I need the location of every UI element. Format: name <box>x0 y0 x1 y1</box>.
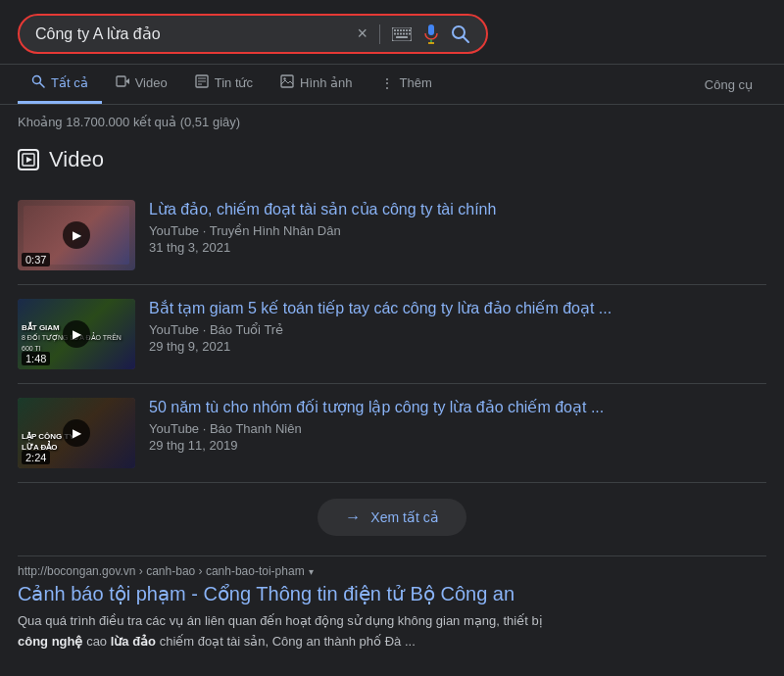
play-button-1[interactable]: ▶ <box>63 221 90 249</box>
video-info-1: Lừa đảo, chiếm đoạt tài sản của công ty … <box>149 200 766 255</box>
video-date-3: 29 thg 11, 2019 <box>149 438 766 453</box>
video-thumbnail-1[interactable]: 📹 ▶ 0:37 <box>18 200 135 270</box>
svg-rect-10 <box>403 32 405 34</box>
url-dropdown-icon[interactable]: ▾ <box>309 566 314 577</box>
svg-point-28 <box>283 77 285 79</box>
video-section-icon <box>18 149 39 170</box>
search-input[interactable]: Công ty A lừa đảo <box>35 24 347 43</box>
more-tab-icon: ⋮ <box>380 75 394 91</box>
search-submit-icon[interactable] <box>451 24 470 44</box>
play-button-3[interactable]: ▶ <box>63 419 90 447</box>
play-button-2[interactable]: ▶ <box>63 320 90 348</box>
result-count: Khoảng 18.700.000 kết quả (0,51 giây) <box>0 105 784 133</box>
video-date-1: 31 thg 3, 2021 <box>149 240 766 255</box>
video-meta-1: YouTube · Truyền Hình Nhân Dân 31 thg 3,… <box>149 223 766 255</box>
snippet-bold-2: lừa đảo <box>111 634 156 649</box>
arrow-icon: → <box>345 508 361 526</box>
svg-rect-21 <box>117 76 125 86</box>
svg-rect-11 <box>406 32 408 34</box>
snippet-bold-1: công nghệ <box>18 634 83 649</box>
svg-rect-6 <box>409 29 411 31</box>
url-text: http://bocongan.gov.vn › canh-bao › canh… <box>18 564 305 578</box>
svg-rect-14 <box>428 24 434 35</box>
svg-rect-3 <box>400 29 402 31</box>
video-thumbnail-2[interactable]: BẮT GIAM8 ĐỐI TƯỢNG LỪA ĐẢO TRÊN 600 TI … <box>18 299 135 369</box>
tab-them[interactable]: ⋮ Thêm <box>367 66 446 104</box>
svg-rect-9 <box>400 32 402 34</box>
snippet-text-3: chiếm đoạt tài sản, Công an thành phố Đà… <box>160 634 416 649</box>
search-bar[interactable]: Công ty A lừa đảo × <box>18 14 488 54</box>
divider <box>379 24 380 44</box>
video-title-3[interactable]: 50 năm tù cho nhóm đối tượng lập công ty… <box>149 398 766 416</box>
keyboard-icon[interactable] <box>392 27 412 41</box>
tab-tin-tuc[interactable]: Tin tức <box>181 65 267 104</box>
svg-rect-27 <box>281 75 293 87</box>
video-info-3: 50 năm tù cho nhóm đối tượng lập công ty… <box>149 398 766 453</box>
main-content: Video 📹 ▶ 0:37 Lừa đả <box>0 133 784 676</box>
web-result-url: http://bocongan.gov.vn › canh-bao › canh… <box>18 564 766 578</box>
snippet-text-2: cao <box>86 634 111 649</box>
video-source-3: YouTube · Báo Thanh Niên <box>149 421 766 436</box>
svg-rect-7 <box>394 32 396 34</box>
tab-tat-ca-label: Tất cả <box>51 75 88 90</box>
svg-rect-2 <box>397 29 399 31</box>
search-tab-icon <box>31 74 45 91</box>
video-duration-2: 1:48 <box>22 352 50 365</box>
video-item-2[interactable]: BẮT GIAM8 ĐỐI TƯỢNG LỪA ĐẢO TRÊN 600 TI … <box>18 285 766 384</box>
video-duration-1: 0:37 <box>22 253 50 266</box>
web-result-title[interactable]: Cảnh báo tội phạm - Cổng Thông tin điện … <box>18 582 766 605</box>
search-bar-icons: × <box>357 24 470 44</box>
video-tab-icon <box>116 74 129 91</box>
news-tab-icon <box>195 74 209 91</box>
video-meta-2: YouTube · Báo Tuổi Trẻ 29 thg 9, 2021 <box>149 322 766 354</box>
video-section-title: Video <box>49 147 104 172</box>
svg-line-18 <box>464 36 469 42</box>
video-duration-3: 2:24 <box>22 451 50 464</box>
video-date-2: 29 thg 9, 2021 <box>149 339 766 354</box>
nav-tabs: Tất cả Video Tin tức <box>0 65 784 105</box>
video-title-2[interactable]: Bắt tạm giam 5 kế toán tiếp tay các công… <box>149 299 766 317</box>
svg-line-20 <box>40 83 45 88</box>
video-section-header: Video <box>18 147 766 172</box>
tab-tat-ca[interactable]: Tất cả <box>18 65 102 104</box>
see-all-container: → Xem tất cả <box>18 483 766 555</box>
svg-rect-4 <box>403 29 405 31</box>
clear-icon[interactable]: × <box>357 24 368 44</box>
video-thumbnail-3[interactable]: LẬP CÔNG TYLỪA ĐẢO ▶ 2:24 <box>18 398 135 468</box>
video-title-1[interactable]: Lừa đảo, chiếm đoạt tài sản của công ty … <box>149 200 766 218</box>
mic-icon[interactable] <box>423 24 439 44</box>
web-result-snippet: Qua quá trình điều tra các vụ án liên qu… <box>18 611 766 652</box>
snippet-text-1: Qua quá trình điều tra các vụ án liên qu… <box>18 613 543 628</box>
web-result-1: http://bocongan.gov.vn › canh-bao › canh… <box>18 555 766 668</box>
tab-video-label: Video <box>135 75 168 90</box>
svg-rect-12 <box>409 32 411 34</box>
see-all-label: Xem tất cả <box>370 509 438 525</box>
images-tab-icon <box>280 74 294 91</box>
see-all-button[interactable]: → Xem tất cả <box>318 499 466 536</box>
tab-hinh-anh[interactable]: Hình ảnh <box>267 65 367 104</box>
tab-tin-tuc-label: Tin tức <box>215 75 253 90</box>
tools-button[interactable]: Công cụ <box>691 68 766 102</box>
tab-them-label: Thêm <box>400 75 432 90</box>
video-source-1: YouTube · Truyền Hình Nhân Dân <box>149 223 766 238</box>
svg-marker-30 <box>26 157 32 163</box>
header: Công ty A lừa đảo × <box>0 0 784 65</box>
video-source-2: YouTube · Báo Tuổi Trẻ <box>149 322 766 337</box>
video-info-2: Bắt tạm giam 5 kế toán tiếp tay các công… <box>149 299 766 354</box>
video-meta-3: YouTube · Báo Thanh Niên 29 thg 11, 2019 <box>149 421 766 453</box>
svg-rect-8 <box>397 32 399 34</box>
tab-video[interactable]: Video <box>102 65 181 104</box>
svg-rect-5 <box>406 29 408 31</box>
tab-hinh-anh-label: Hình ảnh <box>300 75 353 90</box>
svg-rect-13 <box>396 36 408 38</box>
video-item-1[interactable]: 📹 ▶ 0:37 Lừa đảo, chiếm đoạt tài sản của… <box>18 186 766 285</box>
video-item-3[interactable]: LẬP CÔNG TYLỪA ĐẢO ▶ 2:24 50 năm tù cho … <box>18 384 766 483</box>
svg-rect-1 <box>394 29 396 31</box>
video-list: 📹 ▶ 0:37 Lừa đảo, chiếm đoạt tài sản của… <box>18 186 766 483</box>
